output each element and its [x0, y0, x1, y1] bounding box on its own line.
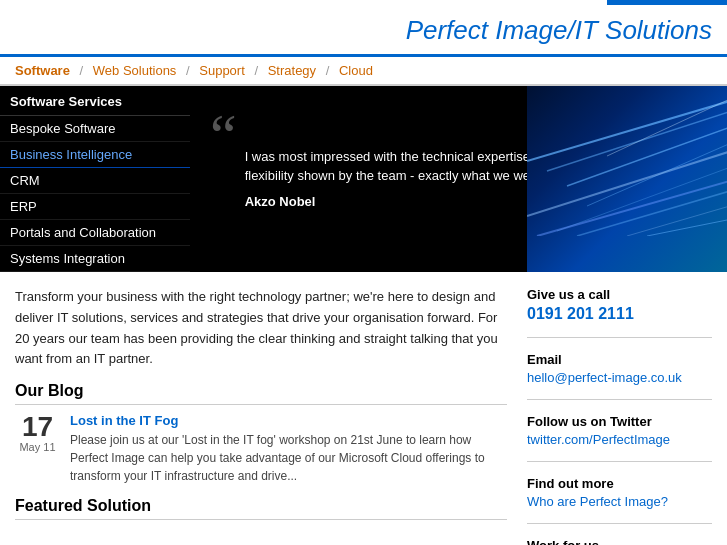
nav-item-strategy[interactable]: Strategy: [268, 63, 316, 78]
nav-item-software[interactable]: Software: [15, 63, 70, 78]
workforus-label: Work for us: [527, 538, 712, 545]
sidebar-item-bespoke-software[interactable]: Bespoke Software: [0, 116, 190, 142]
blog-day: 17: [15, 413, 60, 441]
main-content: Transform your business with the right t…: [15, 287, 507, 545]
featured-section-title: Featured Solution: [15, 497, 507, 520]
sidebar-item-portals[interactable]: Portals and Collaboration: [0, 220, 190, 246]
findout-link[interactable]: Who are Perfect Image?: [527, 494, 668, 509]
blog-month: May 11: [15, 441, 60, 453]
logo-it: /IT Solutions: [567, 15, 712, 45]
nav-sep-1: /: [80, 63, 84, 78]
sidebar-item-systems-integration[interactable]: Systems Integration: [0, 246, 190, 272]
svg-line-5: [557, 161, 727, 231]
findout-label: Find out more: [527, 476, 712, 491]
info-block-findout: Find out more Who are Perfect Image?: [527, 476, 712, 524]
blog-date: 17 May 11: [15, 413, 60, 485]
hero-testimonial: “ I was most impressed with the technica…: [190, 86, 727, 272]
blog-entry: 17 May 11 Lost in the IT Fog Please join…: [15, 413, 507, 485]
content-wrapper: Transform your business with the right t…: [0, 272, 727, 545]
findout-value: Who are Perfect Image?: [527, 494, 712, 509]
email-link[interactable]: hello@perfect-image.co.uk: [527, 370, 682, 385]
email-value: hello@perfect-image.co.uk: [527, 370, 712, 385]
info-block-email: Email hello@perfect-image.co.uk: [527, 352, 712, 400]
left-sidebar: Software Services Bespoke Software Busin…: [0, 86, 190, 272]
twitter-value: twitter.com/PerfectImage: [527, 432, 712, 447]
blog-title-link[interactable]: Lost in the IT Fog: [70, 413, 178, 428]
header: Perfect Image/IT Solutions: [0, 5, 727, 57]
sidebar-item-crm[interactable]: CRM: [0, 168, 190, 194]
intro-paragraph: Transform your business with the right t…: [15, 287, 507, 370]
svg-line-7: [537, 176, 727, 236]
main-nav: Software / Web Solutions / Support / Str…: [0, 57, 727, 86]
blog-content: Lost in the IT Fog Please join us at our…: [70, 413, 507, 485]
right-sidebar: Give us a call 0191 201 2111 Email hello…: [527, 287, 712, 545]
sidebar-item-business-intelligence[interactable]: Business Intelligence: [0, 142, 190, 168]
logo-text: Perfect Image: [406, 15, 568, 45]
nav-item-cloud[interactable]: Cloud: [339, 63, 373, 78]
email-label: Email: [527, 352, 712, 367]
phone-label: Give us a call: [527, 287, 712, 302]
quote-mark-open: “: [210, 101, 237, 159]
twitter-label: Follow us on Twitter: [527, 414, 712, 429]
nav-sep-4: /: [326, 63, 330, 78]
site-logo: Perfect Image/IT Solutions: [15, 15, 712, 46]
svg-line-0: [527, 96, 727, 161]
hero-lines-svg: [527, 86, 727, 236]
sidebar-title: Software Services: [0, 86, 190, 116]
hero-background: [527, 86, 727, 272]
nav-item-web-solutions[interactable]: Web Solutions: [93, 63, 177, 78]
info-block-workforus: Work for us We're recruiting: [527, 538, 712, 545]
main-wrapper: Software Services Bespoke Software Busin…: [0, 86, 727, 272]
blog-section-title: Our Blog: [15, 382, 507, 405]
sidebar-item-erp[interactable]: ERP: [0, 194, 190, 220]
blog-description: Please join us at our 'Lost in the IT fo…: [70, 431, 507, 485]
nav-sep-3: /: [254, 63, 258, 78]
info-block-phone: Give us a call 0191 201 2111: [527, 287, 712, 338]
nav-item-support[interactable]: Support: [199, 63, 245, 78]
info-block-twitter: Follow us on Twitter twitter.com/Perfect…: [527, 414, 712, 462]
twitter-link[interactable]: twitter.com/PerfectImage: [527, 432, 670, 447]
svg-line-2: [567, 121, 727, 186]
nav-sep-2: /: [186, 63, 190, 78]
phone-value: 0191 201 2111: [527, 305, 712, 323]
